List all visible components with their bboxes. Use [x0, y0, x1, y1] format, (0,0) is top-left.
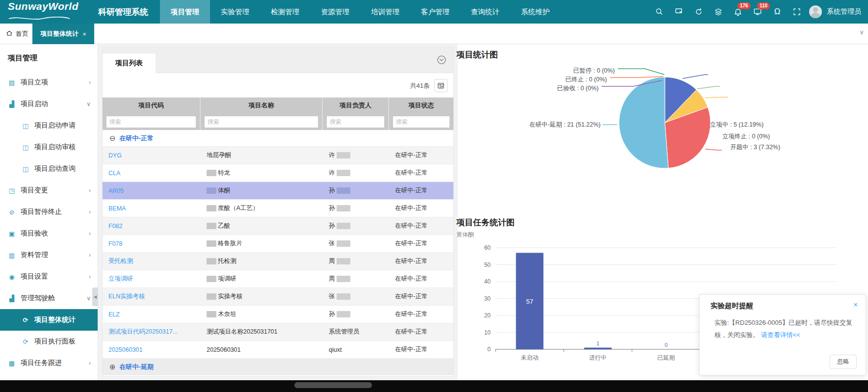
table-row-8[interactable]: ELN实操考核实操考核张在研中-正常 — [103, 288, 453, 306]
nav-item-7[interactable]: 系统维护 — [510, 0, 560, 24]
cell-code[interactable]: BEMA — [103, 200, 201, 217]
sidebar-item-4[interactable]: ◫项目启动查询 — [0, 158, 98, 180]
bottom-strip — [0, 380, 868, 392]
cell-code[interactable]: CLA — [103, 164, 201, 182]
popup-detail-link[interactable]: 请查看详情<< — [761, 331, 800, 339]
col-header-status[interactable]: 项目状态 — [389, 98, 453, 113]
chevron-right-icon: › — [89, 360, 91, 366]
panel-collapse-icon[interactable] — [437, 55, 447, 65]
cell-code[interactable]: AR05 — [103, 182, 201, 199]
nav-icon-group: 176110Ω — [652, 4, 804, 19]
sidebar-item-12[interactable]: ⟳项目执行面板 — [0, 331, 98, 352]
sidebar-item-14[interactable]: ✎经验教训登记册 — [0, 374, 98, 380]
nav-item-5[interactable]: 客户管理 — [410, 0, 460, 24]
tab-home-label: 首页 — [16, 29, 28, 38]
chevron-right-icon: › — [89, 209, 91, 215]
avatar[interactable] — [809, 5, 822, 18]
table-row-11[interactable]: 20250603012025060301qiuxt在研中-正常 — [103, 341, 453, 359]
sidebar-item-13[interactable]: ▦项目任务跟进› — [0, 352, 98, 374]
table-row-4[interactable]: F082乙酸孙在研中-正常 — [103, 217, 453, 235]
col-header-owner[interactable]: 项目负责人 — [323, 98, 389, 113]
workbench-icon[interactable] — [672, 4, 686, 19]
sidebar-item-0[interactable]: ▤项目立项› — [0, 72, 98, 93]
search-code-input[interactable] — [106, 116, 196, 128]
cell-code[interactable]: F078 — [103, 235, 201, 252]
cell-name: 项调研 — [201, 270, 323, 287]
sidebar-item-10[interactable]: ▟管理驾驶舱∨ — [0, 287, 98, 309]
record-count: 共41条 — [410, 81, 430, 90]
sidebar-item-2[interactable]: ◫项目启动申请 — [0, 115, 98, 136]
bell-icon[interactable]: 176 — [731, 4, 745, 19]
table-row-9[interactable]: ELZ木奈坦孙在研中-正常 — [103, 306, 453, 323]
svg-text:已终止 : 0 (0%): 已终止 : 0 (0%) — [565, 76, 607, 83]
nav-item-6[interactable]: 查询统计 — [460, 0, 510, 24]
table-row-10[interactable]: 测试项目代码20250317...测试项目名称2025031701系统管理员在研… — [103, 323, 453, 341]
panel-title-tab[interactable]: 项目列表 — [103, 53, 156, 73]
horizontal-scrollbar-thumb[interactable] — [294, 382, 372, 388]
group-row-delayed[interactable]: ⊕ 在研中-延期 — [103, 359, 453, 375]
nav-item-2[interactable]: 检测管理 — [260, 0, 310, 24]
tab-project-stats[interactable]: 项目整体统计 × — [32, 24, 94, 44]
cell-code[interactable]: 测试项目代码20250317... — [103, 323, 201, 340]
nav-item-1[interactable]: 实验管理 — [210, 0, 260, 24]
nav-item-4[interactable]: 培训管理 — [360, 0, 410, 24]
table-row-6[interactable]: 受托检测托检测周在研中-正常 — [103, 253, 453, 270]
cell-code[interactable]: 受托检测 — [103, 253, 201, 270]
user-name[interactable]: 系统管理员 — [827, 7, 861, 16]
cell-code[interactable]: F082 — [103, 217, 201, 235]
sidebar-item-3[interactable]: ◫项目启动审核 — [0, 136, 98, 158]
table-row-7[interactable]: 立项调研项调研周在研中-正常 — [103, 270, 453, 288]
monitor-icon[interactable]: 110 — [750, 4, 765, 19]
expand-group-icon[interactable]: ⊕ — [109, 363, 116, 371]
cell-code[interactable]: DYG — [103, 147, 201, 164]
sidebar-collapse-handle[interactable]: ◀ — [92, 287, 98, 306]
search-name-input[interactable] — [205, 116, 318, 128]
cell-status: 在研中-正常 — [389, 341, 453, 358]
sidebar-item-5[interactable]: ◳项目变更› — [0, 180, 98, 201]
search-status-input[interactable] — [393, 116, 449, 128]
logo[interactable]: SunwayWorld — [0, 0, 98, 23]
cell-code[interactable]: ELN实操考核 — [103, 288, 201, 305]
collapse-group-icon[interactable]: ⊖ — [109, 134, 116, 143]
layers-icon[interactable] — [711, 4, 726, 19]
sidebar-item-9[interactable]: ◉项目设置› — [0, 266, 98, 287]
sidebar-item-label: 项目变更 — [21, 186, 48, 195]
nav-item-0[interactable]: 项目管理 — [160, 0, 210, 24]
tab-overflow-chevron-icon[interactable]: ∨ — [859, 28, 864, 36]
cell-code[interactable]: ELZ — [103, 306, 201, 323]
search-owner-input[interactable] — [327, 116, 384, 128]
table-row-1[interactable]: CLA特龙许在研中-正常 — [103, 164, 453, 182]
sidebar-item-8[interactable]: ▥资料管理› — [0, 244, 98, 266]
nav-item-3[interactable]: 资源管理 — [310, 0, 360, 24]
table-row-3[interactable]: BEMA度酸（A工艺）孙在研中-正常 — [103, 200, 453, 217]
refresh-icon[interactable] — [691, 4, 706, 19]
omega-icon[interactable]: Ω — [770, 4, 785, 19]
sidebar-item-6[interactable]: ⊘项目暂停终止› — [0, 201, 98, 223]
fullscreen-icon[interactable] — [789, 4, 804, 19]
cell-name: 木奈坦 — [201, 306, 323, 323]
cell-code[interactable]: 立项调研 — [103, 270, 201, 287]
tab-close-icon[interactable]: × — [82, 30, 86, 38]
table-row-5[interactable]: F078格鲁肽片张在研中-正常 — [103, 235, 453, 253]
tab-home[interactable]: 首页 — [3, 24, 31, 44]
search-icon[interactable] — [652, 4, 667, 19]
group-row-normal[interactable]: ⊖ 在研中-正常 — [103, 130, 453, 147]
svg-text:0: 0 — [487, 346, 491, 353]
popup-close-icon[interactable]: × — [853, 300, 858, 309]
col-header-name[interactable]: 项目名称 — [201, 98, 323, 113]
app-root: SunwayWorld 科研管理系统 项目管理实验管理检测管理资源管理培训管理客… — [0, 0, 868, 392]
column-settings-button[interactable] — [434, 79, 447, 92]
cell-status: 在研中-正常 — [389, 217, 453, 235]
acceptance-icon: ▣ — [8, 230, 16, 237]
col-header-code[interactable]: 项目代码 — [103, 98, 201, 113]
table-row-0[interactable]: DYG地屈孕酮许在研中-正常 — [103, 147, 453, 164]
svg-text:已验收 : 0 (0%): 已验收 : 0 (0%) — [557, 85, 599, 92]
popup-dismiss-button[interactable]: 忽略 — [830, 355, 857, 369]
sidebar-item-label: 项目暂停终止 — [21, 208, 62, 216]
sidebar-item-1[interactable]: ▟项目启动∨ — [0, 93, 98, 115]
sidebar-item-7[interactable]: ▣项目验收› — [0, 223, 98, 244]
sidebar-item-11[interactable]: ⟳项目整体统计 — [0, 309, 98, 331]
cell-owner: 许 — [323, 164, 389, 182]
cell-code[interactable]: 2025060301 — [103, 341, 201, 358]
table-row-2[interactable]: AR05体酮孙在研中-正常 — [103, 182, 453, 200]
